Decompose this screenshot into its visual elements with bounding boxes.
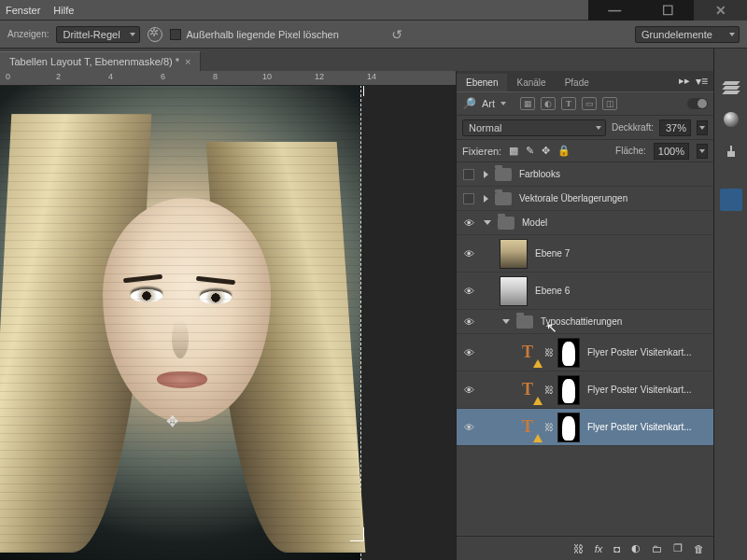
ruler-mark: 8: [213, 72, 218, 81]
visibility-toggle[interactable]: 👁: [460, 217, 477, 229]
adjustments-panel-icon[interactable]: [720, 140, 742, 162]
tool-presets-dropdown[interactable]: Grundelemente: [635, 26, 740, 43]
disclosure-icon[interactable]: [502, 319, 510, 324]
canvas-area[interactable]: ✥: [0, 86, 456, 560]
blend-mode-dropdown[interactable]: Normal: [462, 119, 606, 136]
minimize-button[interactable]: —: [588, 0, 641, 21]
ruler-mark: 6: [161, 72, 165, 81]
mask-link-icon[interactable]: ⛓: [544, 385, 554, 395]
layer-mask-thumbnail: [557, 375, 580, 405]
type-layer-icon: T: [514, 414, 541, 441]
checkbox-icon: [170, 29, 181, 40]
filter-type-icon[interactable]: T: [561, 97, 576, 110]
type-layer-icon: T: [514, 377, 541, 403]
visibility-toggle[interactable]: [463, 169, 474, 180]
filter-pixel-icon[interactable]: ▦: [520, 97, 535, 110]
visibility-toggle[interactable]: 👁: [460, 286, 477, 297]
filter-type-dropdown[interactable]: Art: [482, 98, 509, 109]
filter-type-label: Art: [482, 98, 495, 109]
menu-help[interactable]: Hilfe: [53, 5, 74, 16]
visibility-toggle[interactable]: 👁: [460, 347, 477, 358]
layer-flyer-3[interactable]: 👁 T ⛓ Flyer Poster Visitenkart...: [457, 409, 713, 446]
warning-badge-icon: [533, 434, 543, 442]
visibility-toggle[interactable]: [463, 193, 474, 204]
layer-name: Flyer Poster Visitenkart...: [587, 385, 692, 395]
disclosure-icon[interactable]: [484, 171, 488, 178]
mask-link-icon[interactable]: ⛓: [544, 422, 554, 432]
maximize-button[interactable]: ☐: [641, 0, 695, 21]
document-tabs: Tabellen Layout T, Ebenenmaske/8) * ×: [0, 49, 747, 71]
overlay-mode-dropdown[interactable]: Drittel-Regel: [56, 26, 140, 43]
blend-mode-row: Normal Deckkraft: 37%: [457, 116, 713, 140]
layer-name: Flyer Poster Visitenkart...: [587, 347, 692, 357]
layer-group-farblooks[interactable]: Farblooks: [457, 162, 713, 187]
layer-name: Vektorale Überlagerungen: [519, 193, 627, 203]
filter-shape-icon[interactable]: ▭: [582, 97, 597, 110]
opacity-slider-toggle[interactable]: [697, 120, 708, 135]
filter-adjustment-icon[interactable]: ◐: [541, 97, 556, 110]
lock-transparency-icon[interactable]: ▩: [509, 145, 518, 157]
filter-toggle[interactable]: [687, 98, 708, 109]
fill-value[interactable]: 100%: [654, 143, 689, 160]
lock-position-icon[interactable]: ✥: [542, 145, 550, 157]
layer-effects-icon[interactable]: fx: [595, 543, 603, 554]
layer-mask-thumbnail: [557, 413, 580, 442]
disclosure-icon[interactable]: [484, 220, 491, 225]
ruler-mark: 2: [56, 72, 61, 81]
close-tab-icon[interactable]: ×: [185, 56, 190, 67]
layer-thumbnail: [500, 239, 528, 269]
panel-menu-icon[interactable]: ▾≡: [696, 75, 708, 88]
delete-layer-icon[interactable]: 🗑: [694, 543, 704, 554]
collapse-panel-icon[interactable]: ▸▸: [679, 75, 690, 88]
layer-ebene7[interactable]: 👁 Ebene 7: [457, 235, 713, 273]
move-cursor-icon: ✥: [166, 413, 178, 430]
fill-slider-toggle[interactable]: [697, 144, 708, 159]
layer-tree[interactable]: Farblooks Vektorale Überlagerungen 👁 Mod…: [457, 162, 713, 536]
3d-panel-icon[interactable]: [720, 108, 742, 131]
disclosure-icon[interactable]: [484, 195, 488, 203]
mask-link-icon[interactable]: ⛓: [544, 347, 554, 357]
tab-paths[interactable]: Pfade: [556, 74, 599, 91]
layer-group-typo[interactable]: 👁 Typoschattierungen: [457, 310, 713, 334]
new-layer-icon[interactable]: ❐: [673, 542, 683, 554]
delete-cropped-checkbox[interactable]: Außerhalb liegende Pixel löschen: [170, 29, 338, 40]
new-group-icon[interactable]: 🗀: [652, 543, 662, 554]
ruler-mark: 4: [108, 72, 113, 81]
link-layers-icon[interactable]: ⛓: [573, 543, 584, 554]
visibility-toggle[interactable]: 👁: [460, 385, 477, 396]
visibility-toggle[interactable]: 👁: [460, 316, 477, 328]
layer-group-model[interactable]: 👁 Model: [457, 211, 713, 235]
layers-panel-icon[interactable]: [720, 77, 742, 99]
adjustment-layer-icon[interactable]: ◐: [631, 542, 641, 554]
opacity-label: Deckkraft:: [612, 122, 654, 133]
layer-mask-thumbnail: [557, 338, 580, 368]
layer-name: Typoschattierungen: [541, 316, 622, 327]
lock-all-icon[interactable]: 🔒: [557, 145, 571, 157]
tab-channels[interactable]: Kanäle: [507, 74, 555, 91]
document-tab[interactable]: Tabellen Layout T, Ebenenmaske/8) * ×: [0, 51, 201, 71]
layer-flyer-1[interactable]: 👁 T ⛓ Flyer Poster Visitenkart...: [457, 334, 713, 371]
warning-badge-icon: [533, 397, 543, 405]
close-button[interactable]: ✕: [694, 0, 747, 21]
layer-name: Ebene 6: [535, 286, 570, 296]
opacity-value[interactable]: 37%: [659, 119, 691, 136]
delete-cropped-label: Außerhalb liegende Pixel löschen: [186, 29, 338, 40]
reset-icon[interactable]: ↻: [391, 27, 402, 42]
overlay-mode-value: Drittel-Regel: [63, 29, 120, 40]
layer-filter-row: 🔎 Art ▦ ◐ T ▭ ◫: [457, 91, 713, 116]
lock-pixels-icon[interactable]: ✎: [526, 145, 534, 157]
crop-bounds[interactable]: [0, 86, 360, 560]
folder-icon: [498, 217, 514, 230]
add-mask-icon[interactable]: ◘: [613, 543, 620, 554]
gear-icon[interactable]: [148, 27, 162, 42]
layer-ebene6[interactable]: 👁 Ebene 6: [457, 273, 713, 310]
collapsed-panel-icon[interactable]: [720, 189, 742, 211]
menu-window[interactable]: Fenster: [6, 5, 40, 16]
visibility-toggle[interactable]: 👁: [460, 248, 477, 259]
visibility-toggle[interactable]: 👁: [460, 422, 477, 433]
tool-presets-value: Grundelemente: [641, 29, 712, 40]
tab-layers[interactable]: Ebenen: [457, 74, 507, 91]
layer-flyer-2[interactable]: 👁 T ⛓ Flyer Poster Visitenkart...: [457, 371, 713, 409]
layer-group-vektorale[interactable]: Vektorale Überlagerungen: [457, 187, 713, 211]
filter-smart-icon[interactable]: ◫: [602, 97, 617, 110]
